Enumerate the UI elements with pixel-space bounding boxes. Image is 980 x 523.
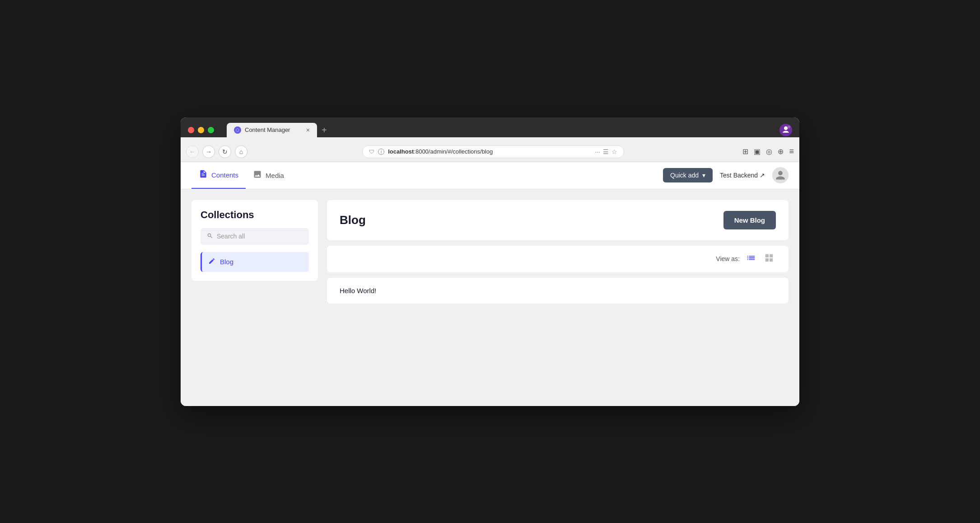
sidebar-item-blog[interactable]: Blog [201, 252, 309, 272]
quick-add-label: Quick add [670, 172, 699, 179]
header-right: Quick add ▾ Test Backend ↗ [663, 167, 789, 183]
menu-icon[interactable]: ≡ [789, 147, 794, 156]
list-view-button[interactable] [744, 251, 758, 267]
back-button[interactable]: ← [186, 145, 199, 158]
reader-view-icon[interactable]: ▣ [754, 147, 761, 156]
media-icon [253, 170, 262, 181]
blog-collection-label: Blog [220, 258, 233, 266]
entry-title: Hello World! [340, 287, 376, 294]
shield-icon: 🛡 [369, 149, 374, 155]
browser-right-icons: ⊞ ▣ ◎ ⊕ ≡ [742, 147, 794, 156]
address-bar[interactable]: 🛡 i localhost:8000/admin/#/collections/b… [362, 145, 624, 158]
new-blog-button[interactable]: New Blog [723, 211, 776, 229]
bookmark-icon[interactable]: ☆ [611, 148, 617, 155]
new-tab-button[interactable]: + [318, 123, 331, 137]
contents-icon [199, 169, 208, 181]
browser-chrome: ⬡ Content Manager × + [181, 117, 799, 137]
browser-controls: ⬡ Content Manager × + [188, 123, 792, 137]
contents-label: Contents [211, 171, 238, 179]
browser-window: ⬡ Content Manager × + ← → ↻ ⌂ 🛡 i loca [181, 117, 799, 406]
address-text: localhost:8000/admin/#/collections/blog [388, 148, 591, 155]
panel-actions: New Blog [723, 211, 776, 229]
reload-button[interactable]: ↻ [219, 145, 231, 158]
nav-media[interactable]: Media [246, 162, 291, 189]
grid-view-button[interactable] [762, 251, 776, 267]
profile-mask-icon [781, 126, 790, 135]
main-panel: Blog New Blog View as: [327, 200, 789, 395]
avatar-icon [775, 170, 786, 181]
info-icon: i [378, 149, 384, 155]
tab-bar: ⬡ Content Manager × + [227, 123, 774, 137]
minimize-traffic-light[interactable] [198, 127, 204, 133]
maximize-traffic-light[interactable] [208, 127, 214, 133]
test-backend-label: Test Backend ↗ [720, 172, 765, 179]
address-host: localhost [388, 148, 414, 155]
app-header: Contents Media Quick add ▾ Test Backend … [181, 162, 799, 189]
main-layout: Collections Search all Blog [181, 189, 799, 406]
quick-add-chevron: ▾ [702, 172, 705, 179]
traffic-lights [188, 127, 214, 133]
sidebar-title: Collections [201, 209, 309, 221]
address-bar-row: ← → ↻ ⌂ 🛡 i localhost:8000/admin/#/colle… [181, 142, 799, 162]
search-box[interactable]: Search all [201, 228, 309, 245]
tab-close-button[interactable]: × [306, 126, 310, 134]
address-path: :8000/admin/#/collections/blog [414, 148, 493, 155]
home-button[interactable]: ⌂ [235, 145, 247, 158]
tab-favicon: ⬡ [234, 126, 241, 134]
media-label: Media [266, 172, 284, 179]
panel-title: Blog [340, 213, 366, 227]
tab-title: Content Manager [245, 126, 290, 133]
search-placeholder: Search all [217, 233, 245, 240]
address-actions: ··· ☰ ☆ [595, 148, 618, 155]
close-traffic-light[interactable] [188, 127, 194, 133]
blog-collection-icon [208, 257, 215, 266]
library-icon[interactable]: ⊞ [742, 147, 748, 156]
user-avatar[interactable] [772, 167, 789, 183]
app-content: Contents Media Quick add ▾ Test Backend … [181, 162, 799, 406]
pocket-icon[interactable]: ☰ [603, 148, 609, 155]
view-as-label: View as: [716, 255, 740, 262]
panel-header: Blog New Blog [327, 200, 789, 240]
entry-card[interactable]: Hello World! [327, 278, 789, 304]
browser-profile-icon[interactable] [779, 124, 792, 136]
svg-point-0 [787, 126, 790, 129]
more-options-icon[interactable]: ··· [595, 148, 601, 155]
microphone-icon[interactable]: ⊕ [778, 147, 784, 156]
search-icon [207, 233, 213, 240]
test-backend-link[interactable]: Test Backend ↗ [720, 172, 765, 179]
nav-contents[interactable]: Contents [191, 162, 246, 189]
sidebar: Collections Search all Blog [191, 200, 318, 281]
active-tab[interactable]: ⬡ Content Manager × [227, 123, 317, 137]
view-controls-row: View as: [327, 246, 789, 272]
quick-add-button[interactable]: Quick add ▾ [663, 168, 713, 182]
sync-icon[interactable]: ◎ [766, 147, 772, 156]
forward-button[interactable]: → [202, 145, 215, 158]
